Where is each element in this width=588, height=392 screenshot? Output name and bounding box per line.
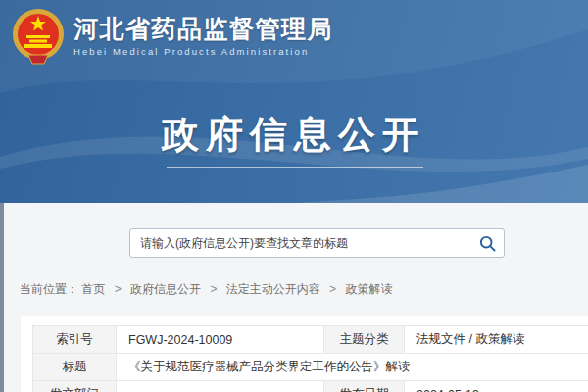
issuing-dept-value	[117, 381, 324, 392]
breadcrumb: 当前位置： 首页 > 政府信息公开 > 法定主动公开内容 > 政策解读	[20, 281, 392, 298]
banner-title: 政府信息公开	[0, 110, 588, 160]
publish-date-label: 发布日期	[324, 381, 405, 392]
site-logo[interactable]: 河北省药品监督管理局 Hebei Medical Products Admini…	[12, 8, 333, 65]
search-icon	[478, 234, 497, 253]
national-emblem-icon	[12, 8, 65, 65]
search-box	[129, 228, 505, 258]
index-number-label: 索引号	[33, 326, 117, 354]
site-header: 河北省药品监督管理局 Hebei Medical Products Admini…	[0, 0, 588, 203]
search-button[interactable]	[470, 229, 504, 257]
publish-date-value: 2024-05-13	[405, 381, 588, 392]
breadcrumb-separator: >	[329, 282, 336, 296]
table-row-index: 索引号 FGWJ-2024-10009 主题分类 法规文件 / 政策解读	[33, 326, 588, 354]
breadcrumb-separator: >	[115, 282, 122, 296]
index-number-value: FGWJ-2024-10009	[117, 326, 324, 354]
site-title: 河北省药品监督管理局	[74, 16, 333, 43]
document-meta-table: 索引号 FGWJ-2024-10009 主题分类 法规文件 / 政策解读 标题 …	[32, 325, 588, 392]
table-row-title: 标题 《关于规范医疗器械产品分类界定工作的公告》解读	[33, 354, 588, 381]
breadcrumb-separator: >	[210, 282, 217, 296]
breadcrumb-item-policy-interpretation[interactable]: 政策解读	[345, 282, 392, 296]
banner-underline	[167, 167, 423, 168]
title-label: 标题	[33, 354, 117, 381]
document-detail-panel: 索引号 FGWJ-2024-10009 主题分类 法规文件 / 政策解读 标题 …	[21, 316, 588, 392]
logo-text: 河北省药品监督管理局 Hebei Medical Products Admini…	[74, 16, 333, 58]
title-value: 《关于规范医疗器械产品分类界定工作的公告》解读	[117, 354, 588, 381]
breadcrumb-prefix: 当前位置：	[20, 282, 78, 296]
search-input[interactable]	[130, 229, 470, 257]
page-left-edge	[0, 203, 4, 392]
table-row-dept-date: 发文部门 发布日期 2024-05-13	[33, 381, 588, 392]
subject-category-label: 主题分类	[324, 326, 405, 354]
breadcrumb-item-info-disclosure[interactable]: 政府信息公开	[130, 282, 201, 296]
breadcrumb-item-statutory-content[interactable]: 法定主动公开内容	[226, 282, 320, 296]
issuing-dept-label: 发文部门	[33, 381, 117, 392]
subject-category-value: 法规文件 / 政策解读	[405, 326, 588, 354]
breadcrumb-item-home[interactable]: 首页	[81, 282, 105, 296]
site-title-english: Hebei Medical Products Administration	[74, 46, 333, 57]
